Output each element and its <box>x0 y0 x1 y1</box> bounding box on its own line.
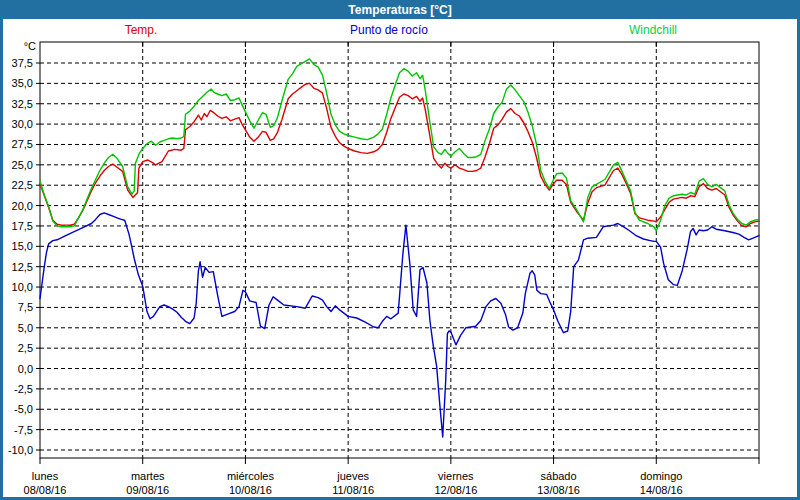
x-date-label: 08/08/16 <box>24 484 67 496</box>
x-date-label: 14/08/16 <box>640 484 683 496</box>
legend-item-temp: Temp. <box>125 23 158 37</box>
y-tick-label: 37,5 <box>12 57 33 69</box>
y-tick-label: 7,5 <box>18 301 33 313</box>
y-tick-label: 10,0 <box>12 281 33 293</box>
window-titlebar: Temperaturas [°C] <box>0 0 800 19</box>
x-day-label: domingo <box>640 470 682 482</box>
x-date-label: 10/08/16 <box>229 484 272 496</box>
y-axis-unit: °C <box>24 40 36 52</box>
y-tick-label: 27,5 <box>12 138 33 150</box>
x-day-label: martes <box>131 470 165 482</box>
y-tick-label: 5,0 <box>18 322 33 334</box>
x-day-label: miércoles <box>227 470 275 482</box>
x-day-label: viernes <box>438 470 474 482</box>
y-tick-label: 35,0 <box>12 77 33 89</box>
chart-legend: Temp. Punto de rocío Windchill <box>0 23 800 38</box>
y-tick-label: -10,0 <box>8 444 33 456</box>
legend-item-windchill: Windchill <box>629 23 677 37</box>
x-date-label: 12/08/16 <box>434 484 477 496</box>
y-tick-label: 2,5 <box>18 342 33 354</box>
window-title: Temperaturas [°C] <box>348 3 451 17</box>
x-date-label: 09/08/16 <box>126 484 169 496</box>
y-tick-label: 22,5 <box>12 179 33 191</box>
y-tick-label: 17,5 <box>12 220 33 232</box>
y-tick-label: 15,0 <box>12 240 33 252</box>
y-tick-label: 20,0 <box>12 200 33 212</box>
y-tick-label: 0,0 <box>18 363 33 375</box>
y-tick-label: 32,5 <box>12 98 33 110</box>
y-tick-label: 25,0 <box>12 159 33 171</box>
y-tick-label: -2,5 <box>14 383 33 395</box>
x-day-label: sábado <box>541 470 577 482</box>
y-tick-label: 30,0 <box>12 118 33 130</box>
y-tick-label: 12,5 <box>12 261 33 273</box>
y-tick-label: -5,0 <box>14 403 33 415</box>
x-date-label: 11/08/16 <box>332 484 374 496</box>
plot-frame <box>40 42 759 458</box>
x-day-label: jueves <box>336 470 369 482</box>
x-date-label: 13/08/16 <box>537 484 580 496</box>
temperature-chart: 37,535,032,530,027,525,022,520,017,515,0… <box>0 0 800 500</box>
x-day-label: lunes <box>32 470 59 482</box>
y-tick-label: -7,5 <box>14 424 33 436</box>
legend-item-dewpoint: Punto de rocío <box>350 23 428 37</box>
